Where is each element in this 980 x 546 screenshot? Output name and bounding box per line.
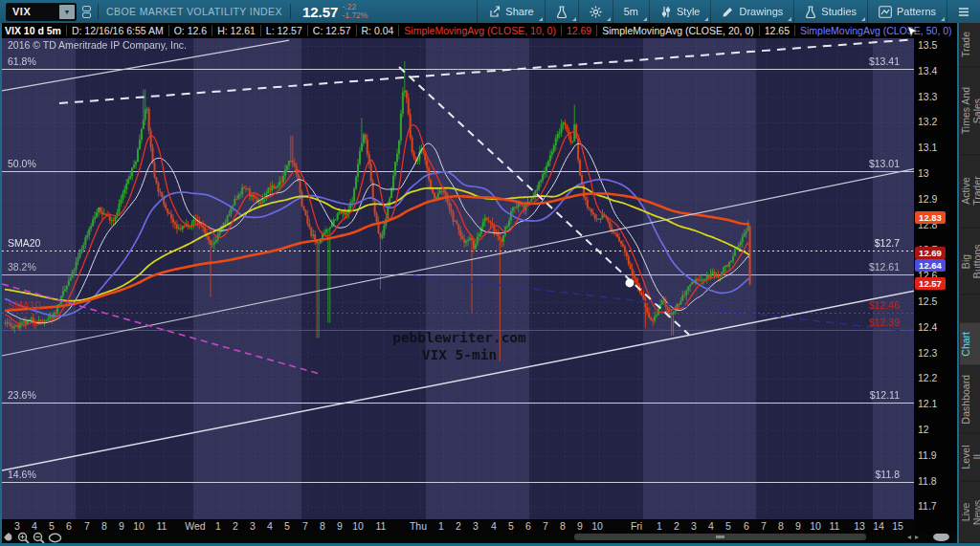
price-bubble: 12.57 <box>915 277 946 290</box>
price-tick: 12.1 <box>918 398 937 409</box>
share-label: Share <box>505 6 533 17</box>
study-sma10-label[interactable]: SimpleMovingAvg (CLOSE, 10, 0) <box>399 25 562 36</box>
time-axis[interactable]: 34567891011Wed123457891011Thu12345678910… <box>0 519 914 532</box>
watermark: pebblewriter.com VIX 5-min <box>364 329 555 363</box>
time-tick: 9 <box>119 520 124 532</box>
time-tick: 10 <box>133 520 145 532</box>
window-border-left <box>0 23 2 546</box>
sidebar-tab-dashboard[interactable]: Dashboard <box>960 366 980 433</box>
time-tick: 5 <box>284 520 290 532</box>
timeframe-button[interactable]: 5m <box>612 0 649 23</box>
time-tick: Fri <box>631 520 642 532</box>
time-tick: 11 <box>830 520 840 532</box>
sidebar-tab-active-trader[interactable]: Active Trader <box>960 155 980 229</box>
scroll-arrows[interactable]: ◂▸ <box>907 533 923 541</box>
time-tick: 2 <box>456 520 461 532</box>
time-tick: 6 <box>744 520 749 532</box>
studies-button[interactable]: Studies <box>793 0 867 23</box>
price-tick: 12 <box>918 424 929 435</box>
price-tick: 12.4 <box>918 321 937 333</box>
symbol-dropdown[interactable]: VIX ▼ <box>6 3 77 21</box>
time-tick: 7 <box>543 520 548 532</box>
style-label: Style <box>677 6 700 17</box>
toolbar-buttons: Share 5m Style Drawings Studies <box>477 0 980 23</box>
time-tick: 6 <box>66 520 72 532</box>
time-tick: 3 <box>473 520 479 532</box>
mouse-cursor <box>907 26 918 38</box>
bottom-bar: ◂▸ <box>0 532 957 543</box>
settings-button[interactable] <box>578 0 612 23</box>
time-tick: 10 <box>810 520 821 532</box>
time-tick: 7 <box>84 520 90 532</box>
horizontal-scrollbar[interactable] <box>574 534 866 540</box>
sidebar-tab-times-and-sales[interactable]: Times And Sales <box>960 67 980 155</box>
price-tick: 13.4 <box>918 65 937 76</box>
study-sma10-value: 12.69 <box>562 25 597 36</box>
tools-button[interactable] <box>545 0 578 23</box>
time-tick: 2 <box>233 520 238 532</box>
time-tick: 5 <box>508 520 514 532</box>
last-price: 12.57 <box>302 4 339 20</box>
price-tick: 12.3 <box>918 347 937 359</box>
scrollbar-thumb[interactable] <box>716 535 724 538</box>
price-change: -.22 -1.72% <box>342 3 368 20</box>
flask-icon <box>556 6 568 18</box>
price-tick: 11.8 <box>918 475 937 487</box>
studies-label: Studies <box>821 6 857 17</box>
price-bubble: 12.64 <box>915 259 946 272</box>
share-button[interactable]: Share <box>477 0 544 23</box>
price-tick: 12.2 <box>918 372 937 383</box>
price-chart[interactable] <box>2 38 914 519</box>
sidebar-tab-big-buttons[interactable]: Big Buttons <box>960 229 980 295</box>
time-tick: 3 <box>14 520 20 532</box>
top-toolbar: VIX ▼ CBOE MARKET VOLATILITY INDEX 12.57… <box>0 0 980 23</box>
time-tick: Wed <box>185 520 205 532</box>
study-sma20-label[interactable]: SimpleMovingAvg (CLOSE, 20, 0) <box>597 25 760 36</box>
reset-zoom-icon[interactable] <box>48 533 62 543</box>
time-tick: 7 <box>761 520 767 532</box>
link-chart-icon[interactable] <box>82 6 90 18</box>
menu-button[interactable] <box>947 0 980 23</box>
sidebar-tab-trade[interactable]: Trade <box>960 23 980 67</box>
flask-icon <box>805 6 816 18</box>
pan-icon[interactable] <box>3 532 14 543</box>
study-sma20-value: 12.65 <box>760 25 795 36</box>
time-tick: 11 <box>157 520 167 532</box>
sidebar-tab-chart[interactable]: Chart <box>960 323 980 366</box>
sidebar-tab-level-ii[interactable]: Level II <box>960 433 980 482</box>
time-tick: 3 <box>691 520 697 532</box>
patterns-button[interactable]: Patterns <box>867 0 947 23</box>
zoom-in-icon[interactable] <box>17 532 30 544</box>
time-tick: 8 <box>101 520 107 532</box>
price-tick: 13 <box>918 167 929 179</box>
price-tick: 12.5 <box>918 295 937 307</box>
sidebar-tab-rail: TradeTimes And SalesActive TraderBig But… <box>957 23 980 543</box>
expand-button[interactable] <box>933 533 949 541</box>
price-tick: 13.1 <box>918 142 937 153</box>
copyright-text: 2016 © TD Ameritrade IP Company, Inc. <box>8 39 187 51</box>
price-bubble: 12.83 <box>915 211 946 224</box>
chevron-down-icon[interactable]: ▼ <box>59 5 75 19</box>
time-tick: 11 <box>376 520 387 532</box>
style-button[interactable]: Style <box>649 0 710 23</box>
symbol-value: VIX <box>7 6 59 17</box>
price-tick: 12.9 <box>918 193 937 205</box>
time-tick: 10 <box>591 520 603 532</box>
watermark-line1: pebblewriter.com <box>364 329 555 346</box>
drawings-button[interactable]: Drawings <box>710 0 793 23</box>
price-axis[interactable]: 13.513.413.313.213.11312.912.812.712.612… <box>914 23 957 534</box>
legend-range: R: 0.04 <box>357 25 400 36</box>
zoom-out-icon[interactable] <box>33 532 45 544</box>
time-tick: 8 <box>560 520 566 532</box>
time-tick: Thu <box>410 520 427 532</box>
study-sma50-label[interactable]: SimpleMovingAvg (CLOSE, 50, 0) <box>795 25 957 36</box>
time-tick: 6 <box>525 520 531 532</box>
legend-symbol: VIX 10 d 5m <box>0 25 67 36</box>
time-tick: 5 <box>49 520 55 532</box>
change-percent: -1.72% <box>342 11 368 20</box>
time-tick: 5 <box>725 520 731 532</box>
sidebar-tab-live-news[interactable]: Live News <box>960 482 980 543</box>
time-tick: 9 <box>795 520 801 532</box>
gear-icon <box>590 6 602 18</box>
time-tick: 9 <box>577 520 583 532</box>
